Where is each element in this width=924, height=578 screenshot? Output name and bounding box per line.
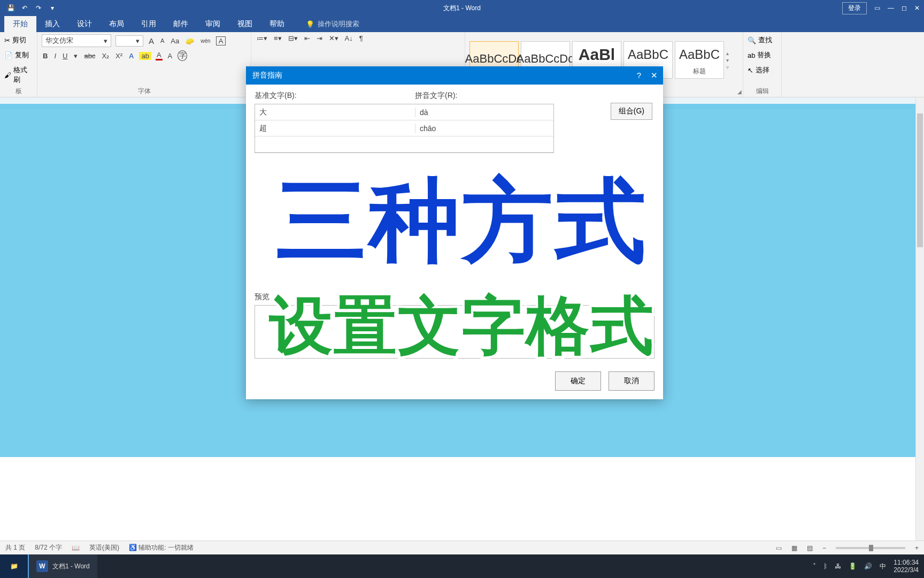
bullets-button[interactable]: ≔▾ <box>256 34 268 42</box>
tray-chevron-icon[interactable]: ˄ <box>813 562 816 570</box>
status-bar: 共 1 页 8/72 个字 📖 英语(美国) ♿ 辅助功能: 一切就绪 ▭ ▦ … <box>0 541 924 554</box>
enclose-char-button[interactable]: 字 <box>178 50 187 61</box>
accessibility-status[interactable]: ♿ 辅助功能: 一切就绪 <box>129 543 194 552</box>
taskbar-word-item[interactable]: W 文档1 - Word <box>28 554 97 578</box>
subscript-button[interactable]: X₂ <box>101 52 110 60</box>
combine-button[interactable]: 组合(G) <box>611 103 652 120</box>
char-shading-button[interactable]: A <box>167 52 174 60</box>
style-name: 标题 <box>693 67 706 78</box>
char-border-button[interactable]: A <box>216 36 226 45</box>
phonetic-guide-button[interactable]: wén <box>199 38 211 44</box>
vertical-scrollbar[interactable] <box>915 97 924 541</box>
base-cell[interactable]: 大 <box>255 108 415 117</box>
replace-button[interactable]: ab替换 <box>748 49 777 61</box>
view-print-icon[interactable]: ▦ <box>791 544 797 552</box>
phonetic-row <box>255 136 553 153</box>
decrease-indent-button[interactable]: ⇤ <box>303 34 311 42</box>
tab-help[interactable]: 帮助 <box>261 16 293 32</box>
replace-icon: ab <box>748 51 755 59</box>
text-effects-button[interactable]: A <box>128 52 135 60</box>
asian-spacing-button[interactable]: ✕▾ <box>328 34 340 42</box>
scrollbar-thumb[interactable] <box>917 113 923 247</box>
save-icon[interactable]: 💾 <box>6 4 15 12</box>
volume-icon[interactable]: 🔊 <box>864 562 872 570</box>
zoom-thumb[interactable] <box>869 545 873 551</box>
underline-dropdown-icon[interactable]: ▾ <box>73 52 79 60</box>
tab-mailings[interactable]: 邮件 <box>165 16 197 32</box>
zoom-slider[interactable] <box>836 547 905 549</box>
font-color-button[interactable]: A <box>156 51 163 60</box>
find-button[interactable]: 🔍查找 <box>748 34 777 46</box>
zoom-out-icon[interactable]: − <box>822 544 826 552</box>
battery-icon[interactable]: 🔋 <box>849 562 857 570</box>
dialog-close-icon[interactable]: ✕ <box>651 71 658 80</box>
ime-indicator[interactable]: 中 <box>880 562 886 571</box>
spellcheck-icon[interactable]: 📖 <box>72 544 80 552</box>
ok-button[interactable]: 确定 <box>555 371 601 391</box>
ruby-cell[interactable]: dà <box>415 108 433 117</box>
start-button[interactable]: 📁 <box>0 554 28 578</box>
tab-references[interactable]: 引用 <box>133 16 165 32</box>
font-group: 华文仿宋▾ ▾ A A Aa 🧽 wén A B I U ▾ abc X₂ X²… <box>37 32 251 97</box>
copy-button[interactable]: 📄复制 <box>4 49 33 61</box>
grow-font-button[interactable]: A <box>148 36 155 45</box>
highlight-button[interactable]: ab <box>139 52 151 60</box>
view-web-icon[interactable]: ▤ <box>807 544 813 552</box>
page-count[interactable]: 共 1 页 <box>5 543 25 552</box>
style-tile-title[interactable]: AaBbC标题 <box>675 41 724 79</box>
ruby-cell[interactable]: chāo <box>415 124 440 133</box>
close-icon[interactable]: ✕ <box>914 4 920 12</box>
ribbon-display-icon[interactable]: ▭ <box>874 4 880 12</box>
strikethrough-button[interactable]: abc <box>83 52 96 60</box>
change-case-button[interactable]: Aa <box>170 37 180 45</box>
style-preview: AaBbC <box>679 42 720 67</box>
cut-button[interactable]: ✂剪切 <box>4 34 33 46</box>
multilevel-list-button[interactable]: ⊟▾ <box>287 34 299 42</box>
italic-button[interactable]: I <box>53 52 57 60</box>
sort-button[interactable]: A↓ <box>344 34 354 42</box>
shrink-font-button[interactable]: A <box>159 37 165 44</box>
minimize-icon[interactable]: — <box>888 4 894 12</box>
tab-insert[interactable]: 插入 <box>36 16 68 32</box>
dialog-titlebar[interactable]: 拼音指南 ? ✕ <box>246 66 663 85</box>
show-marks-button[interactable]: ¶ <box>358 34 364 42</box>
network-icon[interactable]: 🖧 <box>835 562 841 570</box>
language-status[interactable]: 英语(美国) <box>89 543 119 552</box>
maximize-icon[interactable]: ◻ <box>902 4 907 12</box>
tab-design[interactable]: 设计 <box>68 16 101 32</box>
clock[interactable]: 11:06:34 2022/3/4 <box>894 559 919 574</box>
base-cell[interactable]: 超 <box>255 124 415 133</box>
select-button[interactable]: ↖选择 <box>748 64 777 76</box>
clear-format-button[interactable]: 🧽 <box>184 37 195 45</box>
underline-button[interactable]: U <box>61 52 68 60</box>
format-painter-button[interactable]: 🖌格式刷 <box>4 64 33 86</box>
search-icon: 🔍 <box>748 36 756 44</box>
font-size-combo[interactable]: ▾ <box>116 35 143 47</box>
numbering-button[interactable]: ≡▾ <box>273 34 283 42</box>
view-focus-icon[interactable]: ▭ <box>776 544 782 552</box>
cancel-button[interactable]: 取消 <box>609 371 654 391</box>
superscript-button[interactable]: X² <box>114 52 124 60</box>
font-name-combo[interactable]: 华文仿宋▾ <box>42 34 111 47</box>
bold-button[interactable]: B <box>42 52 49 60</box>
clipboard-group-label: 板 <box>4 86 33 96</box>
zoom-in-icon[interactable]: + <box>915 544 919 552</box>
style-preview: AaBl <box>579 42 615 67</box>
tell-me-search[interactable]: 💡 操作说明搜索 <box>299 16 366 32</box>
qat-dropdown-icon[interactable]: ▾ <box>48 4 57 12</box>
login-button[interactable]: 登录 <box>842 2 867 14</box>
tab-view[interactable]: 视图 <box>229 16 261 32</box>
word-count[interactable]: 8/72 个字 <box>35 543 62 552</box>
scissors-icon: ✂ <box>4 36 10 44</box>
tab-review[interactable]: 审阅 <box>197 16 229 32</box>
styles-gallery-scroll[interactable]: ▴▾▿ <box>726 50 729 70</box>
bluetooth-icon[interactable]: ᛒ <box>823 562 827 570</box>
increase-indent-button[interactable]: ⇥ <box>315 34 324 42</box>
undo-icon[interactable]: ↶ <box>20 4 29 12</box>
format-painter-label: 格式刷 <box>13 65 33 85</box>
redo-icon[interactable]: ↷ <box>34 4 43 12</box>
tab-layout[interactable]: 布局 <box>101 16 133 32</box>
styles-dialog-launcher-icon[interactable]: ◢ <box>737 89 742 95</box>
tab-home[interactable]: 开始 <box>4 16 36 32</box>
dialog-help-icon[interactable]: ? <box>637 71 641 80</box>
